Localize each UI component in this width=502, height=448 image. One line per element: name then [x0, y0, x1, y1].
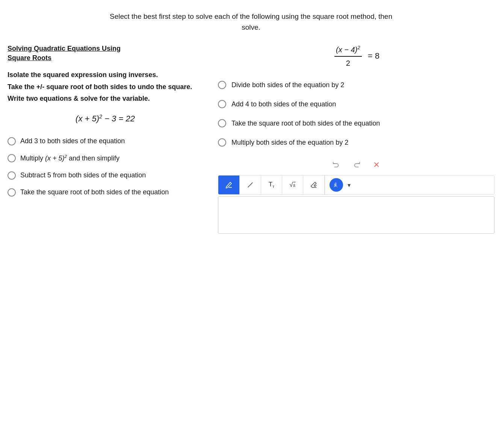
- svg-text:S: S: [334, 183, 336, 187]
- left-radio-1[interactable]: [8, 137, 16, 145]
- step-1: Isolate the squared expression using inv…: [8, 70, 203, 80]
- right-option-4-text: Multiply both sides of the equation by 2: [231, 138, 348, 148]
- fraction-numerator: (x − 4)2: [334, 44, 361, 57]
- left-equation-display: (x + 5)2 − 3 = 22: [8, 112, 203, 125]
- steps-list: Isolate the squared expression using inv…: [8, 70, 203, 103]
- instruction-text: Select the best first step to solve each…: [8, 11, 494, 33]
- sqrt-icon-label: √±: [289, 181, 295, 189]
- steps-heading: Solving Quadratic Equations Using Square…: [8, 44, 203, 63]
- left-options-container: Add 3 to both sides of the equation Mult…: [8, 136, 203, 197]
- right-option-3-text: Take the square root of both sides of th…: [231, 118, 380, 129]
- left-option-2[interactable]: Multiply (x + 5)2 and then simplify: [8, 153, 203, 163]
- answer-input-box[interactable]: [218, 196, 494, 234]
- left-radio-3[interactable]: [8, 171, 16, 180]
- left-option-4[interactable]: Take the square root of both sides of th…: [8, 187, 203, 197]
- right-option-2[interactable]: Add 4 to both sides of the equation: [218, 99, 494, 109]
- eraser-button[interactable]: [303, 176, 325, 194]
- left-option-1[interactable]: Add 3 to both sides of the equation: [8, 136, 203, 146]
- step-2: Take the +/- square root of both sides t…: [8, 82, 203, 92]
- toolbar-section: Tт √± S: [218, 159, 494, 234]
- left-option-1-text: Add 3 to both sides of the equation: [20, 136, 125, 146]
- right-option-1[interactable]: Divide both sides of the equation by 2: [218, 80, 494, 90]
- right-radio-2[interactable]: [218, 100, 226, 108]
- pen-button[interactable]: [240, 176, 261, 194]
- undo-button[interactable]: [329, 159, 343, 172]
- right-option-3[interactable]: Take the square root of both sides of th…: [218, 118, 494, 129]
- redo-button[interactable]: [349, 159, 364, 172]
- right-option-4[interactable]: Multiply both sides of the equation by 2: [218, 138, 494, 148]
- right-option-2-text: Add 4 to both sides of the equation: [231, 99, 336, 109]
- svg-line-2: [248, 183, 253, 187]
- text-button[interactable]: Tт: [261, 176, 282, 194]
- left-option-3[interactable]: Subtract 5 from both sides of the equati…: [8, 170, 203, 180]
- left-radio-4[interactable]: [8, 188, 16, 197]
- text-icon-label: Tт: [269, 181, 274, 189]
- drawing-toolbar: Tт √± S: [218, 175, 494, 195]
- undo-redo-row: [218, 159, 494, 172]
- step-3: Write two equations & solve for the vari…: [8, 94, 203, 103]
- left-radio-2[interactable]: [8, 154, 16, 162]
- blue-icon-button[interactable]: S: [330, 178, 343, 192]
- close-button[interactable]: [370, 159, 383, 172]
- right-radio-3[interactable]: [218, 119, 226, 127]
- equation-rhs: = 8: [366, 51, 380, 61]
- left-option-3-text: Subtract 5 from both sides of the equati…: [20, 170, 146, 180]
- sqrt-button[interactable]: √±: [282, 176, 303, 194]
- right-radio-1[interactable]: [218, 81, 226, 89]
- left-option-4-text: Take the square root of both sides of th…: [20, 187, 169, 197]
- left-option-2-text: Multiply (x + 5)2 and then simplify: [20, 153, 119, 163]
- right-radio-4[interactable]: [218, 138, 226, 147]
- right-option-1-text: Divide both sides of the equation by 2: [231, 80, 344, 90]
- pen-active-button[interactable]: [218, 176, 240, 194]
- right-equation-display: (x − 4)2 2 = 8: [218, 44, 494, 69]
- toolbar-dropdown-button[interactable]: ▾: [345, 176, 353, 194]
- fraction-denominator: 2: [345, 57, 352, 69]
- right-options-container: Divide both sides of the equation by 2 A…: [218, 80, 494, 148]
